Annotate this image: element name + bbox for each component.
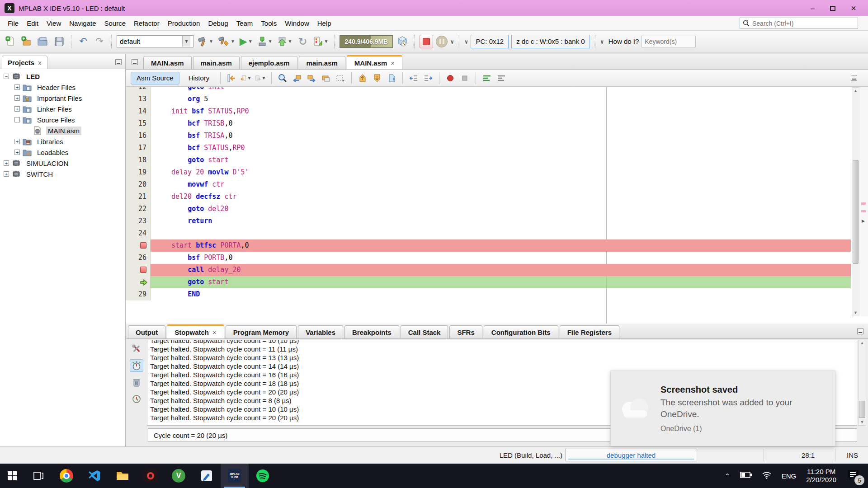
breakpoint-gutter[interactable]: [126, 264, 151, 276]
editor-vertical-scrollbar[interactable]: ▲ ▼: [852, 87, 859, 316]
pc-register-box[interactable]: PC: 0x12: [471, 35, 509, 48]
line-number[interactable]: 12: [126, 87, 151, 93]
editor-tab-main.asm-3[interactable]: main.asm: [299, 56, 345, 69]
onedrive-notification[interactable]: Screenshot saved The screenshot was adde…: [610, 371, 835, 446]
save-all-button[interactable]: [52, 34, 66, 49]
menu-tools[interactable]: Tools: [257, 18, 281, 29]
clock[interactable]: 11:20 PM 2/20/2020: [806, 468, 836, 484]
undo-button[interactable]: ↶: [76, 34, 90, 49]
tree-item-loadables[interactable]: +02Loadables: [0, 147, 125, 158]
code-text[interactable]: call delay_20: [151, 264, 851, 276]
toolbar-overflow-icon-3[interactable]: ∨∨: [600, 39, 604, 44]
expand-icon[interactable]: +: [14, 84, 20, 90]
rectangular-selection-button[interactable]: [335, 73, 346, 84]
configuration-select[interactable]: default ▼: [117, 35, 193, 47]
error-stripe[interactable]: ▶: [860, 87, 868, 316]
expand-icon[interactable]: +: [14, 139, 20, 144]
how-do-i-input[interactable]: [642, 36, 696, 47]
menu-source[interactable]: Source: [100, 18, 130, 29]
breakpoint-icon[interactable]: [140, 242, 146, 249]
current-line-gutter[interactable]: [126, 276, 151, 288]
refresh-debug-tool-button[interactable]: ↻: [296, 34, 309, 49]
tree-item-linker-files[interactable]: +Linker Files: [0, 103, 125, 114]
stopwatch-button[interactable]: [130, 359, 143, 372]
close-icon[interactable]: ×: [391, 59, 395, 67]
line-number[interactable]: 17: [126, 142, 151, 154]
close-icon[interactable]: ×: [212, 328, 217, 336]
menu-window[interactable]: Window: [281, 18, 313, 29]
minimize-window-group-button[interactable]: [132, 59, 138, 65]
expand-icon[interactable]: +: [14, 106, 20, 112]
next-bookmark-button[interactable]: [372, 73, 382, 84]
search-box[interactable]: [740, 18, 858, 29]
code-area[interactable]: 12 goto init13 org 514init bsf STATUS,RP…: [126, 87, 868, 324]
code-text[interactable]: goto init: [151, 87, 851, 93]
menu-debug[interactable]: Debug: [204, 18, 232, 29]
dock-tab-sfrs[interactable]: SFRs: [449, 325, 482, 338]
minimize-window-group-button[interactable]: [115, 59, 122, 65]
battery-icon[interactable]: [740, 472, 752, 480]
dock-tab-output[interactable]: Output: [128, 325, 165, 338]
snip-app-taskbar-icon[interactable]: [193, 464, 221, 488]
gc-button[interactable]: [396, 34, 409, 49]
menu-team[interactable]: Team: [232, 18, 257, 29]
code-text[interactable]: movwf ctr: [151, 178, 851, 191]
expand-icon[interactable]: +: [4, 171, 9, 177]
current-line-mark[interactable]: ▶: [862, 219, 866, 223]
file-explorer-taskbar-icon[interactable]: [108, 464, 137, 488]
code-text[interactable]: init bsf STATUS,RP0: [151, 105, 851, 117]
code-text[interactable]: goto start: [151, 276, 851, 288]
build-button[interactable]: ▼: [196, 34, 214, 49]
breakpoint-gutter[interactable]: [126, 239, 151, 252]
scroll-down-icon[interactable]: ▼: [859, 419, 866, 425]
open-project-button[interactable]: [36, 34, 50, 49]
previous-occurrence-button[interactable]: [292, 73, 302, 84]
scroll-up-icon[interactable]: ▲: [852, 88, 859, 94]
code-text[interactable]: bcf TRISB,0: [151, 117, 851, 130]
line-number[interactable]: 29: [126, 288, 151, 300]
code-text[interactable]: goto start: [151, 154, 851, 166]
line-number[interactable]: 20: [126, 178, 151, 191]
minimize-window-group-button[interactable]: [857, 328, 863, 334]
stopwatch-properties-button[interactable]: [130, 343, 143, 355]
editor-tab-main.asm-0[interactable]: MAIN.asm: [143, 56, 192, 69]
chrome-taskbar-icon[interactable]: [52, 464, 80, 488]
code-text[interactable]: [151, 227, 851, 239]
line-number[interactable]: 22: [126, 203, 151, 215]
tree-item-source-files[interactable]: −Source Files: [0, 114, 125, 125]
task-view-button[interactable]: [24, 464, 52, 488]
clear-history-button[interactable]: [130, 376, 143, 389]
last-edit-button[interactable]: [226, 73, 237, 84]
toolbar-overflow-icon[interactable]: ∨∨: [450, 39, 454, 44]
scrollbar-thumb[interactable]: [859, 401, 865, 418]
new-project-button[interactable]: [20, 34, 33, 49]
vscode-taskbar-icon[interactable]: [80, 464, 108, 488]
menu-refactor[interactable]: Refactor: [130, 18, 164, 29]
minimize-button[interactable]: –: [811, 5, 815, 12]
debug-run-button[interactable]: ▶ ▼: [239, 34, 254, 49]
tree-item-simulacion[interactable]: +SIMULACION: [0, 158, 125, 169]
menu-file[interactable]: File: [4, 18, 23, 29]
scroll-down-icon[interactable]: ▼: [852, 310, 859, 316]
toggle-highlight-button[interactable]: [321, 73, 331, 84]
split-editor-button[interactable]: [851, 75, 857, 81]
redo-button[interactable]: ↷: [93, 34, 106, 49]
green-v-app-taskbar-icon[interactable]: V: [165, 464, 193, 488]
line-number[interactable]: 21: [126, 191, 151, 203]
code-text[interactable]: org 5: [151, 93, 851, 105]
memory-gauge[interactable]: 240.9/406.9MB: [340, 35, 393, 48]
line-number[interactable]: 23: [126, 215, 151, 227]
line-number[interactable]: 14: [126, 105, 151, 117]
status-flags-box[interactable]: z dc c : W:0x5 : bank 0: [511, 35, 590, 48]
language-indicator[interactable]: ENG: [782, 472, 797, 480]
line-number[interactable]: 24: [126, 227, 151, 239]
code-text[interactable]: bsf TRISA,0: [151, 130, 851, 142]
editor-tab-ejemplo.asm-2[interactable]: ejemplo.asm: [241, 56, 297, 69]
projects-tab[interactable]: Projectsx: [2, 56, 47, 69]
collapse-icon[interactable]: −: [4, 74, 9, 79]
tree-item-main-asm[interactable]: MAIN.asm: [0, 125, 125, 136]
editor-tab-main.asm-1[interactable]: main.asm: [193, 56, 240, 69]
tree-item-libraries[interactable]: +Libraries: [0, 136, 125, 147]
shift-left-button[interactable]: [408, 73, 419, 84]
dock-tab-configuration-bits[interactable]: Configuration Bits: [484, 325, 558, 338]
